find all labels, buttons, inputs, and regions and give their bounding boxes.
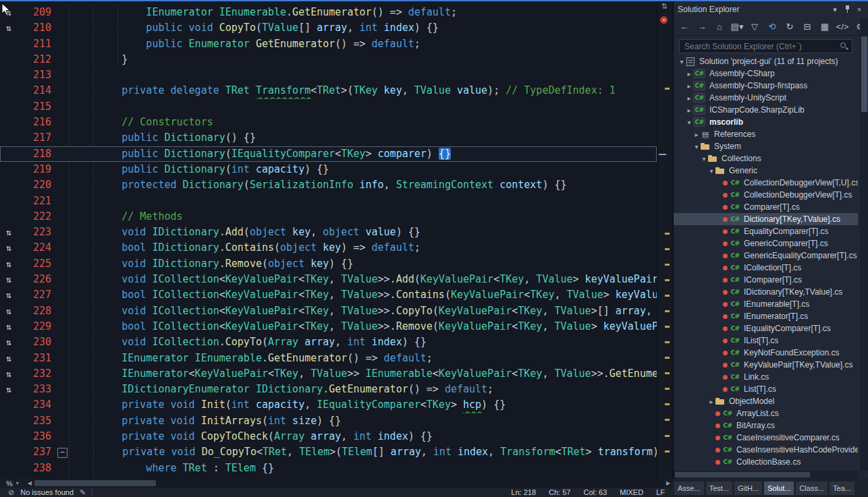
sync-with-active-document-button[interactable]: ⟲ [764, 21, 780, 32]
tree-horizontal-scrollbar[interactable] [674, 471, 858, 479]
code-line[interactable]: 212} [0, 52, 657, 67]
line-number[interactable]: 209 [18, 5, 55, 20]
line-number[interactable]: 230 [18, 334, 55, 350]
code-line[interactable]: 234private void Init(int capacity, IEqua… [0, 397, 657, 413]
collapsed-arrow-icon[interactable]: ▸ [693, 131, 701, 138]
line-number[interactable]: 232 [18, 366, 55, 382]
search-input[interactable] [683, 41, 840, 52]
implements-override-glyph[interactable]: ⇅ [0, 287, 18, 303]
implements-override-glyph[interactable]: ⇅ [0, 240, 18, 256]
tree-item[interactable]: ▾Collections [674, 152, 858, 165]
tree-item[interactable]: ▾Solution 'project-gui' (11 of 11 projec… [674, 55, 858, 67]
line-number[interactable]: 223 [18, 225, 55, 240]
line-number[interactable]: 238 [18, 461, 55, 476]
implements-override-glyph[interactable]: ⇅ [0, 366, 18, 382]
collapsed-arrow-icon[interactable]: ▸ [707, 398, 715, 405]
implements-override-glyph[interactable]: ⇅ [0, 225, 18, 240]
tree-item[interactable]: C#List[T].cs [674, 383, 858, 395]
implements-override-glyph[interactable]: ⇅ [0, 319, 18, 334]
code-editor[interactable]: ⇅209IEnumerator IEnumerable.GetEnumerato… [0, 1, 657, 479]
line-number[interactable]: 225 [18, 256, 55, 272]
tree-item[interactable]: ▸▤References [674, 128, 858, 140]
tool-tab-tea[interactable]: Tea... [830, 481, 855, 495]
code-line[interactable]: 217public Dictionary() {} [0, 130, 657, 146]
tree-item[interactable]: C#IList[T].cs [674, 334, 858, 347]
search-icon[interactable] [840, 42, 848, 51]
pin-icon[interactable] [842, 5, 852, 14]
show-all-files-button[interactable]: ▦ [817, 21, 833, 32]
code-line[interactable]: ⇅227bool ICollection<KeyValuePair<TKey, … [0, 287, 657, 303]
refresh-button[interactable]: ↻ [782, 21, 798, 32]
tool-tab-gith[interactable]: GitH... [734, 481, 762, 495]
scroll-right-icon[interactable]: ▶ [663, 480, 673, 486]
tree-item[interactable]: ▸C#Assembly-CSharp [674, 67, 858, 80]
tree-item[interactable]: C#KeyValuePair[TKey,TValue].cs [674, 359, 858, 371]
tree-item[interactable]: C#IDictionary[TKey,TValue].cs [674, 286, 858, 298]
pen-icon[interactable]: ✎ [80, 488, 86, 497]
code-line[interactable]: 237−private void Do_CopyTo<TRet, TElem>(… [0, 444, 657, 460]
filter-pending-changes-button[interactable]: ▽ [747, 21, 763, 32]
home-button[interactable]: ⌂ [711, 21, 728, 32]
line-number[interactable]: 212 [18, 52, 55, 67]
tree-item[interactable]: C#Link.cs [674, 371, 858, 383]
tree-item[interactable]: C#CaseInsensitiveComparer.cs [674, 432, 858, 444]
tree-item[interactable]: C#ArrayList.cs [674, 407, 858, 419]
line-number[interactable]: 213 [18, 67, 55, 83]
tree-item[interactable]: C#GenericComparer[T].cs [674, 237, 858, 250]
implements-override-glyph[interactable]: ⇅ [0, 382, 18, 397]
code-line[interactable]: 219public Dictionary(int capacity) {} [0, 162, 657, 177]
code-line[interactable]: ⇅223void IDictionary.Add(object key, obj… [0, 225, 657, 240]
expanded-arrow-icon[interactable]: ▾ [678, 58, 686, 65]
code-line[interactable]: ⇅229bool ICollection<KeyValuePair<TKey, … [0, 319, 657, 334]
line-number[interactable]: 228 [18, 303, 55, 319]
view-code-button[interactable]: </> [834, 21, 850, 32]
scrollbar-thumb[interactable] [675, 472, 810, 477]
line-number[interactable]: 239 [18, 476, 55, 479]
tree-item[interactable]: C#GenericEqualityComparer[T].cs [674, 250, 858, 262]
close-icon[interactable]: × [854, 5, 865, 14]
tree-item[interactable]: C#EqualityComparer[T].cs [674, 225, 858, 237]
tree-item[interactable]: C#Dictionary[TKey,TValue].cs [674, 213, 858, 225]
issues-status[interactable]: No issues found [20, 488, 74, 496]
char-indicator[interactable]: Ch: 57 [549, 488, 570, 496]
tree-item[interactable]: C#Comparer[T].cs [674, 201, 858, 213]
tree-item[interactable]: C#KeyNotFoundException.cs [674, 347, 858, 359]
tree-item[interactable]: C#ICollection[T].cs [674, 262, 858, 274]
implements-override-glyph[interactable]: ⇅ [0, 351, 18, 366]
collapse-all-button[interactable]: ⊟ [799, 21, 815, 32]
tree-item[interactable]: ▾Generic [674, 165, 858, 177]
code-line[interactable]: 213 [0, 67, 657, 83]
code-line[interactable]: 211public Enumerator GetEnumerator() => … [0, 36, 657, 52]
tree-item[interactable]: ▸C#Assembly-CSharp-firstpass [674, 80, 858, 92]
back-button[interactable]: ← [676, 21, 693, 32]
editor-horizontal-scrollbar[interactable] [34, 479, 663, 488]
tree-item[interactable]: ▸C#ICSharpCode.SharpZipLib [674, 104, 858, 116]
collapsed-arrow-icon[interactable]: ▸ [685, 70, 693, 78]
expanded-arrow-icon[interactable]: ▾ [685, 119, 693, 126]
tree-item[interactable]: C#IComparer[T].cs [674, 274, 858, 286]
code-line[interactable]: ⇅232IEnumerator<KeyValuePair<TKey, TValu… [0, 366, 657, 382]
line-indicator[interactable]: Ln: 218 [511, 488, 536, 496]
line-number[interactable]: 229 [18, 319, 55, 334]
expanded-arrow-icon[interactable]: ▾ [707, 167, 715, 175]
line-number[interactable]: 211 [18, 36, 55, 52]
line-number[interactable]: 233 [18, 382, 55, 397]
encoding-indicator[interactable]: MIXED [620, 488, 643, 496]
code-line[interactable]: 218public Dictionary(IEqualityComparer<T… [0, 146, 657, 162]
implements-override-glyph[interactable]: ⇅ [0, 20, 18, 36]
tool-tab-solut[interactable]: Solut... [764, 481, 794, 495]
tree-item[interactable]: ▾System [674, 140, 858, 152]
line-number[interactable]: 236 [18, 429, 55, 444]
code-line[interactable]: ⇅231IEnumerator IEnumerable.GetEnumerato… [0, 351, 657, 366]
tree-item[interactable]: ▾C#mscorlib [674, 116, 858, 128]
scroll-left-icon[interactable]: ◀ [25, 480, 34, 486]
implements-override-glyph[interactable]: ⇅ [0, 334, 18, 350]
code-line[interactable]: ⇅210public void CopyTo(TValue[] array, i… [0, 20, 657, 36]
line-number[interactable]: 214 [18, 83, 55, 98]
line-number[interactable]: 221 [18, 194, 55, 209]
tree-vertical-scrollbar[interactable] [860, 19, 868, 471]
line-number[interactable]: 220 [18, 177, 55, 193]
code-line[interactable]: ⇅226void ICollection<KeyValuePair<TKey, … [0, 272, 657, 287]
code-line[interactable]: ⇅225void IDictionary.Remove(object key) … [0, 256, 657, 272]
tool-tab-class[interactable]: Class... [796, 481, 828, 495]
